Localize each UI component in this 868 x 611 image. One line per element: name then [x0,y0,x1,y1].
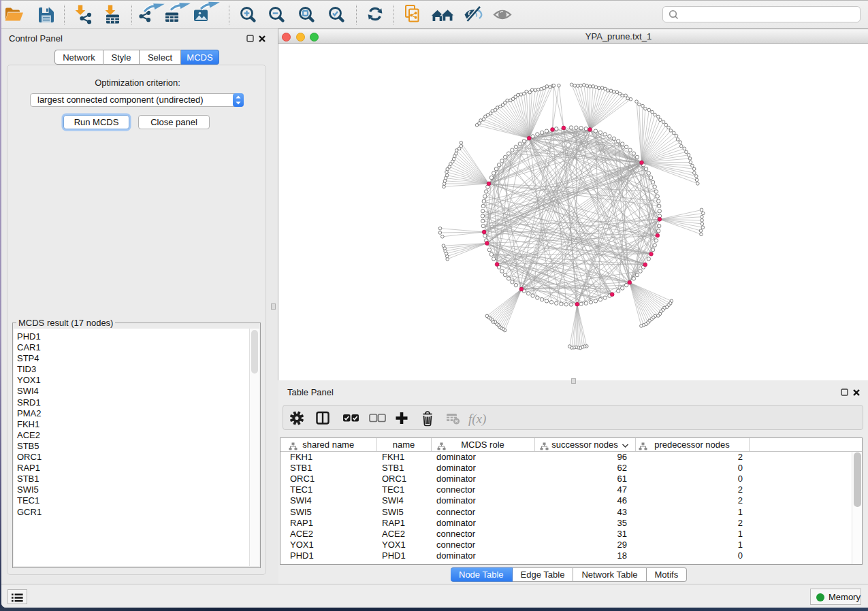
svg-text:f(x): f(x) [468,412,486,427]
